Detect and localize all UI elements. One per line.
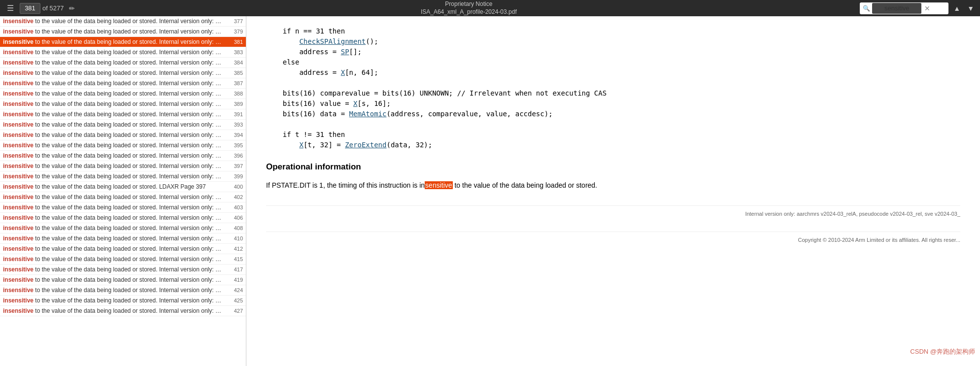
page-navigation: of 5277 — [20, 3, 64, 14]
sensitive-highlight: sensitive — [425, 181, 452, 189]
result-item[interactable]: insensitive to the value of the data bei… — [0, 296, 246, 306]
result-page-number: 383 — [228, 49, 243, 55]
result-page-number: 417 — [228, 266, 243, 272]
code-block: if n == 31 then CheckSPAlignment(); addr… — [266, 26, 960, 150]
result-page-number: 395 — [228, 142, 243, 148]
menu-button[interactable]: ☰ — [4, 2, 17, 14]
result-page-number: 394 — [228, 132, 243, 138]
result-page-number: 419 — [228, 277, 243, 283]
result-page-number: 408 — [228, 225, 243, 231]
search-bar: 🔍 ✕ — [860, 2, 948, 14]
result-item[interactable]: insensitive to the value of the data bei… — [0, 151, 246, 161]
code-line-12: X[t, 32] = ZeroExtend(data, 32); — [266, 140, 960, 150]
footer-copyright: Copyright © 2010-2024 Arm Limited or its… — [266, 232, 960, 243]
result-item[interactable]: insensitive to the value of the data bei… — [0, 58, 246, 68]
result-item[interactable]: insensitive to the value of the data bei… — [0, 182, 246, 192]
code-line-8: bits(16) value = X[s, 16]; — [266, 99, 960, 109]
result-item[interactable]: insensitive to the value of the data bei… — [0, 244, 246, 254]
result-page-number: 388 — [228, 91, 243, 97]
result-page-number: 377 — [228, 18, 243, 24]
result-item[interactable]: insensitive to the value of the data bei… — [0, 161, 246, 171]
result-page-number: 393 — [228, 122, 243, 128]
result-page-number: 385 — [228, 70, 243, 76]
prose-suffix: to the value of the data being loaded or… — [453, 181, 597, 189]
result-page-number: 425 — [228, 298, 243, 303]
result-page-number: 397 — [228, 163, 243, 169]
result-item[interactable]: insensitive to the value of the data bei… — [0, 120, 246, 130]
section-body: If PSTATE.DIT is 1, the timing of this i… — [266, 180, 960, 191]
result-item[interactable]: insensitive to the value of the data bei… — [0, 223, 246, 233]
link-SP[interactable]: SP — [341, 48, 349, 56]
search-prev-button[interactable]: ▲ — [951, 3, 962, 13]
code-line-2: CheckSPAlignment(); — [266, 36, 960, 47]
result-item[interactable]: insensitive to the value of the data bei… — [0, 213, 246, 223]
search-results-panel: insensitive to the value of the data bei… — [0, 16, 246, 366]
edit-button[interactable]: ✏ — [67, 3, 77, 13]
result-item[interactable]: insensitive to the value of the data bei… — [0, 68, 246, 78]
result-page-number: 415 — [228, 256, 243, 262]
link-X-n[interactable]: X — [341, 68, 345, 76]
clear-search-button[interactable]: ✕ — [923, 4, 931, 12]
result-item[interactable]: insensitive to the value of the data bei… — [0, 171, 246, 182]
result-item[interactable]: insensitive to the value of the data bei… — [0, 47, 246, 58]
result-page-number: 400 — [228, 184, 243, 190]
result-item[interactable]: insensitive to the value of the data bei… — [0, 37, 246, 47]
search-next-button[interactable]: ▼ — [965, 3, 976, 13]
result-page-number: 424 — [228, 287, 243, 293]
result-item[interactable]: insensitive to the value of the data bei… — [0, 16, 246, 27]
result-page-number: 412 — [228, 246, 243, 252]
result-page-number: 391 — [228, 111, 243, 117]
result-page-number: 389 — [228, 101, 243, 107]
footer-internal: Internal version only: aarchmrs v2024-03… — [266, 205, 960, 217]
link-X-s[interactable]: X — [353, 100, 357, 107]
result-page-number: 402 — [228, 194, 243, 200]
link-ZeroExtend[interactable]: ZeroExtend — [345, 141, 386, 149]
result-page-number: 427 — [228, 308, 243, 314]
page-number-input[interactable] — [20, 3, 40, 14]
section-heading: Operational information — [266, 162, 960, 172]
link-MemAtomic[interactable]: MemAtomic — [349, 110, 387, 118]
result-page-number: 406 — [228, 215, 243, 221]
result-item[interactable]: insensitive to the value of the data bei… — [0, 265, 246, 275]
result-item[interactable]: insensitive to the value of the data bei… — [0, 254, 246, 265]
toolbar: ☰ of 5277 ✏ Proprietary NoticeISA_A64_xm… — [0, 0, 980, 16]
code-line-4: else — [266, 57, 960, 67]
result-item[interactable]: insensitive to the value of the data bei… — [0, 140, 246, 151]
code-line-1: if n == 31 then — [266, 26, 960, 36]
result-page-number: 379 — [228, 29, 243, 34]
code-line-3: address = SP[]; — [266, 47, 960, 57]
code-line-9: bits(16) data = MemAtomic(address, compa… — [266, 109, 960, 119]
result-item[interactable]: insensitive to the value of the data bei… — [0, 89, 246, 99]
page-total-label: of 5277 — [42, 4, 64, 12]
result-page-number: 396 — [228, 153, 243, 159]
result-item[interactable]: insensitive to the value of the data bei… — [0, 109, 246, 120]
search-input[interactable] — [872, 3, 921, 14]
result-item[interactable]: insensitive to the value of the data bei… — [0, 275, 246, 285]
result-item[interactable]: insensitive to the value of the data bei… — [0, 99, 246, 109]
pdf-content-panel: if n == 31 then CheckSPAlignment(); addr… — [246, 16, 980, 366]
result-page-number: 384 — [228, 60, 243, 66]
code-line-6 — [266, 78, 960, 88]
prose-prefix: If PSTATE.DIT is 1, the timing of this i… — [266, 181, 425, 189]
result-page-number: 387 — [228, 80, 243, 86]
result-item[interactable]: insensitive to the value of the data bei… — [0, 27, 246, 37]
result-item[interactable]: insensitive to the value of the data bei… — [0, 78, 246, 89]
result-item[interactable]: insensitive to the value of the data bei… — [0, 233, 246, 244]
main-content: insensitive to the value of the data bei… — [0, 16, 980, 366]
result-page-number: 410 — [228, 235, 243, 241]
document-title: Proprietary NoticeISA_A64_xml_A_profile-… — [80, 0, 857, 16]
result-item[interactable]: insensitive to the value of the data bei… — [0, 130, 246, 140]
link-X-t[interactable]: X — [299, 141, 303, 149]
result-item[interactable]: insensitive to the value of the data bei… — [0, 202, 246, 213]
result-page-number: 399 — [228, 173, 243, 179]
result-item[interactable]: insensitive to the value of the data bei… — [0, 306, 246, 316]
search-icon: 🔍 — [863, 5, 870, 12]
result-page-number: 403 — [228, 204, 243, 210]
link-checkSPAlignment[interactable]: CheckSPAlignment — [299, 37, 366, 45]
result-item[interactable]: insensitive to the value of the data bei… — [0, 192, 246, 202]
code-line-7: bits(16) comparevalue = bits(16) UNKNOWN… — [266, 88, 960, 99]
result-page-number: 381 — [228, 39, 243, 45]
code-line-10 — [266, 119, 960, 130]
code-line-5: address = X[n, 64]; — [266, 67, 960, 78]
result-item[interactable]: insensitive to the value of the data bei… — [0, 285, 246, 296]
